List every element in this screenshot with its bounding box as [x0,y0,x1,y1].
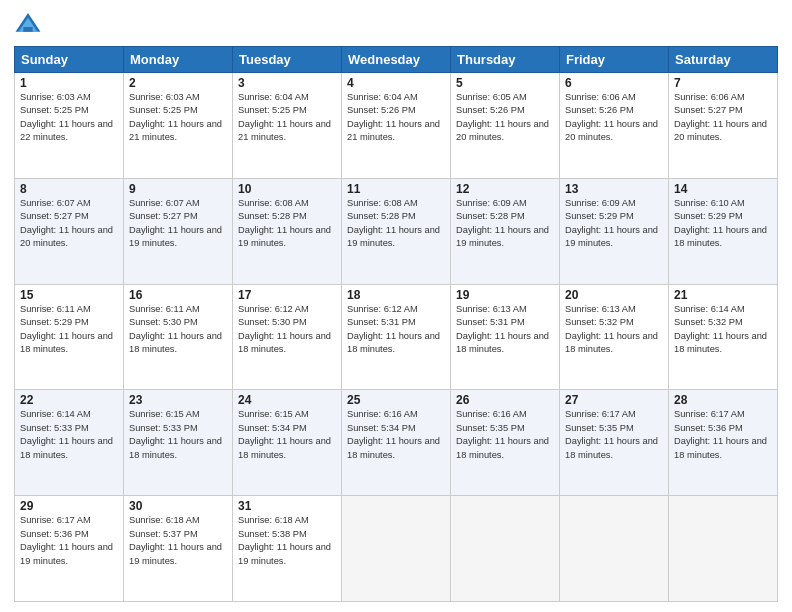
sunrise-label: Sunrise: 6:08 AM [347,198,418,208]
sunrise-label: Sunrise: 6:18 AM [238,515,309,525]
daylight-label: Daylight: 11 hours and 18 minutes. [20,436,113,459]
calendar-day: 21 Sunrise: 6:14 AM Sunset: 5:32 PM Dayl… [669,284,778,390]
calendar-day: 17 Sunrise: 6:12 AM Sunset: 5:30 PM Dayl… [233,284,342,390]
day-info: Sunrise: 6:13 AM Sunset: 5:32 PM Dayligh… [565,303,663,357]
day-info: Sunrise: 6:06 AM Sunset: 5:27 PM Dayligh… [674,91,772,145]
daylight-label: Daylight: 11 hours and 18 minutes. [347,331,440,354]
calendar-day: 20 Sunrise: 6:13 AM Sunset: 5:32 PM Dayl… [560,284,669,390]
sunrise-label: Sunrise: 6:16 AM [347,409,418,419]
day-info: Sunrise: 6:12 AM Sunset: 5:30 PM Dayligh… [238,303,336,357]
day-info: Sunrise: 6:10 AM Sunset: 5:29 PM Dayligh… [674,197,772,251]
daylight-label: Daylight: 11 hours and 18 minutes. [565,436,658,459]
daylight-label: Daylight: 11 hours and 18 minutes. [238,436,331,459]
calendar-day: 6 Sunrise: 6:06 AM Sunset: 5:26 PM Dayli… [560,73,669,179]
day-info: Sunrise: 6:04 AM Sunset: 5:26 PM Dayligh… [347,91,445,145]
calendar-day: 29 Sunrise: 6:17 AM Sunset: 5:36 PM Dayl… [15,496,124,602]
day-info: Sunrise: 6:18 AM Sunset: 5:37 PM Dayligh… [129,514,227,568]
sunset-label: Sunset: 5:31 PM [456,317,525,327]
day-number: 11 [347,182,445,196]
empty-cell [342,496,451,602]
sunrise-label: Sunrise: 6:17 AM [565,409,636,419]
sunset-label: Sunset: 5:27 PM [20,211,89,221]
calendar-day: 2 Sunrise: 6:03 AM Sunset: 5:25 PM Dayli… [124,73,233,179]
day-info: Sunrise: 6:05 AM Sunset: 5:26 PM Dayligh… [456,91,554,145]
day-number: 27 [565,393,663,407]
daylight-label: Daylight: 11 hours and 18 minutes. [565,331,658,354]
sunset-label: Sunset: 5:33 PM [129,423,198,433]
calendar-day: 25 Sunrise: 6:16 AM Sunset: 5:34 PM Dayl… [342,390,451,496]
sunset-label: Sunset: 5:38 PM [238,529,307,539]
sunset-label: Sunset: 5:26 PM [347,105,416,115]
sunset-label: Sunset: 5:34 PM [347,423,416,433]
calendar-day: 7 Sunrise: 6:06 AM Sunset: 5:27 PM Dayli… [669,73,778,179]
daylight-label: Daylight: 11 hours and 22 minutes. [20,119,113,142]
day-info: Sunrise: 6:12 AM Sunset: 5:31 PM Dayligh… [347,303,445,357]
sunset-label: Sunset: 5:28 PM [456,211,525,221]
sunset-label: Sunset: 5:25 PM [20,105,89,115]
sunrise-label: Sunrise: 6:08 AM [238,198,309,208]
sunset-label: Sunset: 5:25 PM [129,105,198,115]
daylight-label: Daylight: 11 hours and 20 minutes. [674,119,767,142]
sunrise-label: Sunrise: 6:03 AM [20,92,91,102]
day-info: Sunrise: 6:17 AM Sunset: 5:36 PM Dayligh… [20,514,118,568]
calendar-day: 26 Sunrise: 6:16 AM Sunset: 5:35 PM Dayl… [451,390,560,496]
day-info: Sunrise: 6:03 AM Sunset: 5:25 PM Dayligh… [129,91,227,145]
day-number: 31 [238,499,336,513]
sunset-label: Sunset: 5:29 PM [20,317,89,327]
header [14,10,778,38]
sunrise-label: Sunrise: 6:04 AM [347,92,418,102]
day-number: 20 [565,288,663,302]
logo [14,10,46,38]
calendar-day: 14 Sunrise: 6:10 AM Sunset: 5:29 PM Dayl… [669,178,778,284]
day-number: 21 [674,288,772,302]
calendar-day: 4 Sunrise: 6:04 AM Sunset: 5:26 PM Dayli… [342,73,451,179]
day-number: 7 [674,76,772,90]
daylight-label: Daylight: 11 hours and 18 minutes. [456,436,549,459]
calendar-day: 24 Sunrise: 6:15 AM Sunset: 5:34 PM Dayl… [233,390,342,496]
day-number: 3 [238,76,336,90]
sunrise-label: Sunrise: 6:17 AM [674,409,745,419]
day-info: Sunrise: 6:11 AM Sunset: 5:30 PM Dayligh… [129,303,227,357]
daylight-label: Daylight: 11 hours and 19 minutes. [238,542,331,565]
daylight-label: Daylight: 11 hours and 18 minutes. [129,331,222,354]
daylight-label: Daylight: 11 hours and 18 minutes. [674,436,767,459]
sunset-label: Sunset: 5:32 PM [674,317,743,327]
daylight-label: Daylight: 11 hours and 18 minutes. [674,225,767,248]
day-number: 5 [456,76,554,90]
sunrise-label: Sunrise: 6:12 AM [238,304,309,314]
day-info: Sunrise: 6:03 AM Sunset: 5:25 PM Dayligh… [20,91,118,145]
day-info: Sunrise: 6:17 AM Sunset: 5:35 PM Dayligh… [565,408,663,462]
daylight-label: Daylight: 11 hours and 20 minutes. [565,119,658,142]
sunrise-label: Sunrise: 6:09 AM [456,198,527,208]
daylight-label: Daylight: 11 hours and 20 minutes. [456,119,549,142]
day-number: 12 [456,182,554,196]
sunrise-label: Sunrise: 6:18 AM [129,515,200,525]
sunrise-label: Sunrise: 6:07 AM [20,198,91,208]
sunset-label: Sunset: 5:33 PM [20,423,89,433]
sunrise-label: Sunrise: 6:16 AM [456,409,527,419]
calendar-day: 31 Sunrise: 6:18 AM Sunset: 5:38 PM Dayl… [233,496,342,602]
sunset-label: Sunset: 5:36 PM [674,423,743,433]
day-of-week-header: Sunday [15,47,124,73]
sunrise-label: Sunrise: 6:11 AM [129,304,200,314]
day-of-week-header: Tuesday [233,47,342,73]
calendar-day: 18 Sunrise: 6:12 AM Sunset: 5:31 PM Dayl… [342,284,451,390]
sunrise-label: Sunrise: 6:15 AM [238,409,309,419]
daylight-label: Daylight: 11 hours and 20 minutes. [20,225,113,248]
day-number: 28 [674,393,772,407]
day-info: Sunrise: 6:04 AM Sunset: 5:25 PM Dayligh… [238,91,336,145]
calendar-day: 28 Sunrise: 6:17 AM Sunset: 5:36 PM Dayl… [669,390,778,496]
empty-cell [669,496,778,602]
sunrise-label: Sunrise: 6:15 AM [129,409,200,419]
sunset-label: Sunset: 5:27 PM [129,211,198,221]
sunrise-label: Sunrise: 6:13 AM [565,304,636,314]
calendar-day: 23 Sunrise: 6:15 AM Sunset: 5:33 PM Dayl… [124,390,233,496]
calendar-day: 11 Sunrise: 6:08 AM Sunset: 5:28 PM Dayl… [342,178,451,284]
daylight-label: Daylight: 11 hours and 21 minutes. [347,119,440,142]
daylight-label: Daylight: 11 hours and 21 minutes. [238,119,331,142]
calendar-day: 8 Sunrise: 6:07 AM Sunset: 5:27 PM Dayli… [15,178,124,284]
sunrise-label: Sunrise: 6:14 AM [20,409,91,419]
day-number: 9 [129,182,227,196]
day-number: 2 [129,76,227,90]
day-info: Sunrise: 6:06 AM Sunset: 5:26 PM Dayligh… [565,91,663,145]
